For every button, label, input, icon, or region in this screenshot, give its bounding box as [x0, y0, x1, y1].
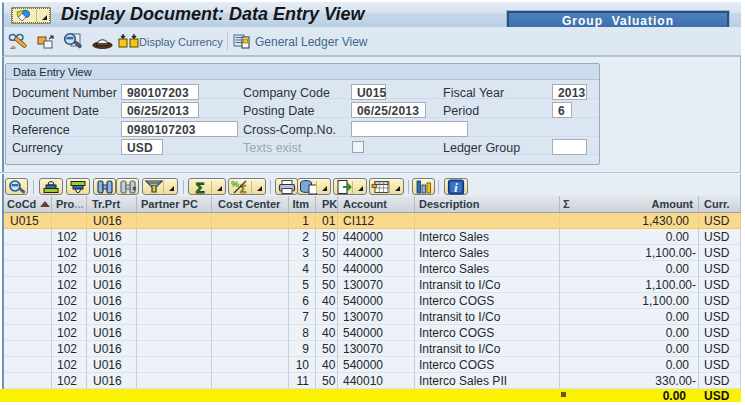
svg-text:Σ: Σ [240, 183, 247, 195]
svg-text:%: % [231, 179, 239, 189]
svg-text:Σ: Σ [195, 179, 204, 195]
